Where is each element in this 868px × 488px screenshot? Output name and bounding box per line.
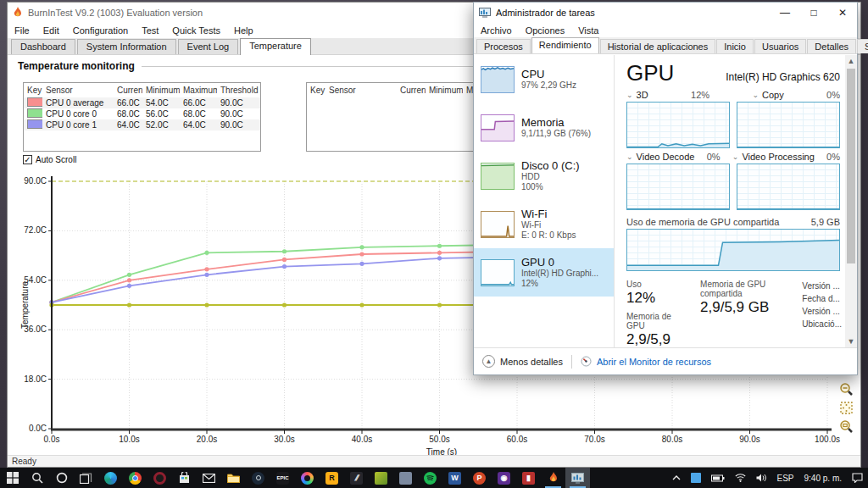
menu-test[interactable]: Test: [142, 25, 159, 36]
open-resource-monitor-label: Abrir el Monitor de recursos: [597, 357, 711, 367]
spotify-button[interactable]: [418, 468, 442, 488]
volume-button[interactable]: [751, 468, 772, 488]
chevron-down-icon[interactable]: ⌄: [626, 91, 633, 99]
zoom-window-button[interactable]: [839, 419, 854, 434]
less-details-button[interactable]: ▲ Menos detalles: [482, 355, 563, 368]
minimize-button[interactable]: —: [771, 3, 799, 23]
tab-temperature[interactable]: Temperature: [240, 38, 311, 55]
sidebar-item-cpu[interactable]: CPU 97% 2,29 GHz: [474, 55, 614, 103]
action-center-button[interactable]: [847, 468, 868, 488]
zoom-extents-button[interactable]: [839, 401, 854, 415]
task-view-icon: [80, 473, 92, 484]
menu-edit[interactable]: Edit: [43, 25, 59, 36]
tab-inicio[interactable]: Inicio: [716, 39, 754, 53]
rockstar-button[interactable]: R: [320, 468, 344, 488]
chevron-down-icon[interactable]: ⌄: [752, 91, 759, 99]
gpu-sparkline: [481, 259, 515, 286]
file-explorer-icon: [227, 473, 240, 483]
tab-detalles[interactable]: Detalles: [807, 39, 856, 53]
table-row[interactable]: CPU 0 average 66.0C 54.0C 66.0C 90.0C: [24, 97, 260, 108]
word-button[interactable]: W: [442, 468, 467, 488]
sensor-table[interactable]: Key Sensor Current Minimum Maximum Thres…: [23, 82, 261, 152]
store-icon: [179, 472, 190, 484]
scrollbar[interactable]: ▲ ▼: [845, 55, 857, 347]
chrome-button[interactable]: [123, 468, 147, 488]
ring-app-button[interactable]: [295, 468, 320, 488]
zoom-out-button[interactable]: [839, 382, 854, 396]
auto-scroll-checkbox[interactable]: ✓: [23, 155, 32, 164]
start-button[interactable]: [0, 468, 25, 488]
tab-procesos[interactable]: Procesos: [476, 39, 531, 53]
purple-app-button[interactable]: ◉: [492, 468, 516, 488]
tab-dashboard[interactable]: Dashboard: [11, 39, 75, 54]
scroll-down-arrow[interactable]: ▼: [845, 336, 857, 347]
red-app-button[interactable]: ▮: [516, 468, 541, 488]
cell-sensor: CPU 0 core 0: [42, 109, 114, 119]
green-app-button[interactable]: [369, 468, 393, 488]
tab-usuarios[interactable]: Usuarios: [754, 39, 806, 53]
table-row[interactable]: CPU 0 core 1 64.0C 52.0C 64.0C 90.0C: [24, 119, 260, 130]
menu-vista[interactable]: Vista: [578, 25, 598, 36]
task-manager-titlebar[interactable]: Administrador de tareas — □ ✕: [474, 3, 857, 23]
task-manager-footer: ▲ Menos detalles Abrir el Monitor de rec…: [474, 347, 857, 374]
menu-configuration[interactable]: Configuration: [73, 25, 128, 36]
task-view-button[interactable]: [74, 468, 98, 488]
task-manager-menubar: Archivo Opciones Vista: [474, 23, 857, 37]
cell-threshold: 90.0C: [217, 109, 259, 119]
afterburner-button[interactable]: ⫽: [344, 468, 369, 488]
sidebar-item-gpu[interactable]: GPU 0 Intel(R) HD Graphi... 12%: [474, 248, 614, 297]
cortana-button[interactable]: [49, 468, 74, 488]
svg-text:18.0C: 18.0C: [24, 374, 47, 384]
search-button[interactable]: [25, 468, 49, 488]
menu-file[interactable]: File: [14, 25, 30, 36]
tray-expand-button[interactable]: [667, 468, 686, 488]
tab-servicios[interactable]: Servicios: [857, 39, 868, 53]
steam-icon: [252, 472, 264, 485]
menu-help[interactable]: Help: [234, 25, 253, 36]
close-button[interactable]: ✕: [828, 3, 857, 23]
auto-scroll-label: Auto Scroll: [36, 155, 76, 164]
clock[interactable]: 9:40 p. m.: [799, 468, 847, 488]
gpu-detail-label: Fecha d...: [802, 292, 842, 305]
chart-label-copy: Copy: [762, 90, 784, 100]
menu-opciones[interactable]: Opciones: [526, 25, 565, 36]
scroll-up-arrow[interactable]: ▲: [845, 55, 857, 67]
maximize-button[interactable]: □: [799, 3, 828, 23]
steam-button[interactable]: [246, 468, 270, 488]
mail-button[interactable]: [197, 468, 221, 488]
svg-text:72.0C: 72.0C: [24, 225, 47, 235]
language-indicator[interactable]: ESP: [772, 468, 799, 488]
wifi-button[interactable]: [730, 468, 751, 488]
edge-button[interactable]: [98, 468, 123, 488]
stat-gpumem-label: Memoria de GPU: [626, 312, 688, 330]
tab-rendimiento[interactable]: Rendimiento: [531, 37, 599, 53]
task-manager-taskbar-button[interactable]: [565, 468, 590, 488]
menu-quick-tests[interactable]: Quick Tests: [172, 25, 220, 36]
chevron-down-icon[interactable]: ⌄: [626, 152, 633, 161]
opera-button[interactable]: [147, 468, 172, 488]
tab-system-information[interactable]: System Information: [77, 39, 176, 54]
tray-app-button[interactable]: [686, 468, 706, 488]
store-button[interactable]: [172, 468, 197, 488]
menu-archivo[interactable]: Archivo: [481, 25, 512, 36]
svg-text:90.0s: 90.0s: [739, 435, 760, 444]
gray-app-button[interactable]: [393, 468, 418, 488]
cell-current: 64.0C: [114, 120, 142, 130]
open-resource-monitor-link[interactable]: Abrir el Monitor de recursos: [581, 356, 711, 367]
tab-historial[interactable]: Historial de aplicaciones: [600, 39, 716, 53]
burnintest-taskbar-button[interactable]: [541, 468, 565, 488]
powerpoint-button[interactable]: P: [467, 468, 492, 488]
status-text: Ready: [12, 457, 36, 466]
divider: [571, 355, 572, 369]
sidebar-item-memoria[interactable]: Memoria 9,1/11,9 GB (76%): [474, 103, 614, 152]
chevron-down-icon[interactable]: ⌄: [732, 152, 739, 161]
scroll-thumb[interactable]: [847, 69, 855, 263]
battery-button[interactable]: [706, 468, 730, 488]
epic-games-button[interactable]: EPIC: [270, 468, 295, 488]
sidebar-item-disco[interactable]: Disco 0 (C:) HDD 100%: [474, 152, 614, 200]
rockstar-icon: R: [326, 472, 338, 485]
tab-event-log[interactable]: Event Log: [178, 39, 239, 54]
table-row[interactable]: CPU 0 core 0 68.0C 56.0C 68.0C 90.0C: [24, 108, 260, 119]
sidebar-item-wifi[interactable]: Wi-Fi Wi-Fi E: 0 R: 0 Kbps: [474, 200, 614, 248]
file-explorer-button[interactable]: [221, 468, 246, 488]
